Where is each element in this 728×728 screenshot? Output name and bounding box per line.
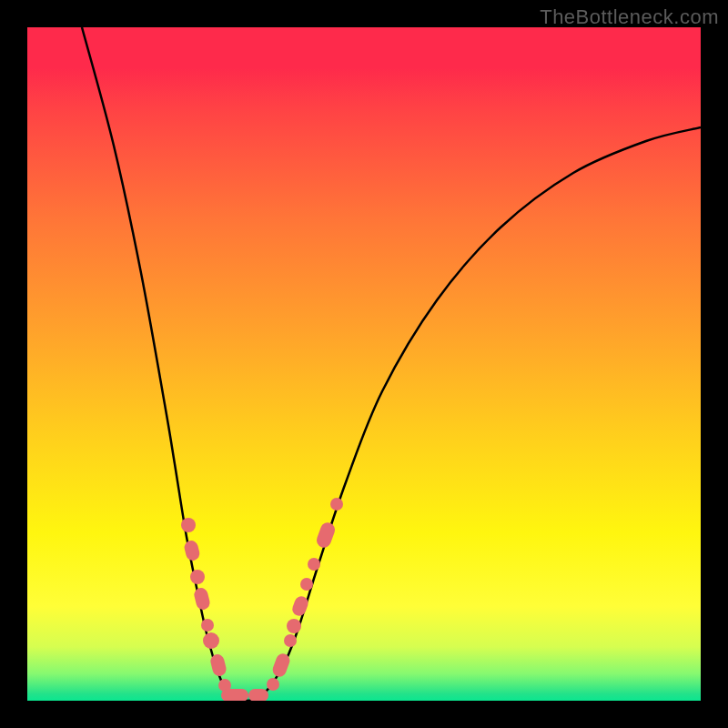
watermark-text: TheBottleneck.com	[540, 5, 719, 29]
app-frame: TheBottleneck.com	[0, 0, 728, 728]
gradient-panel	[27, 27, 701, 701]
